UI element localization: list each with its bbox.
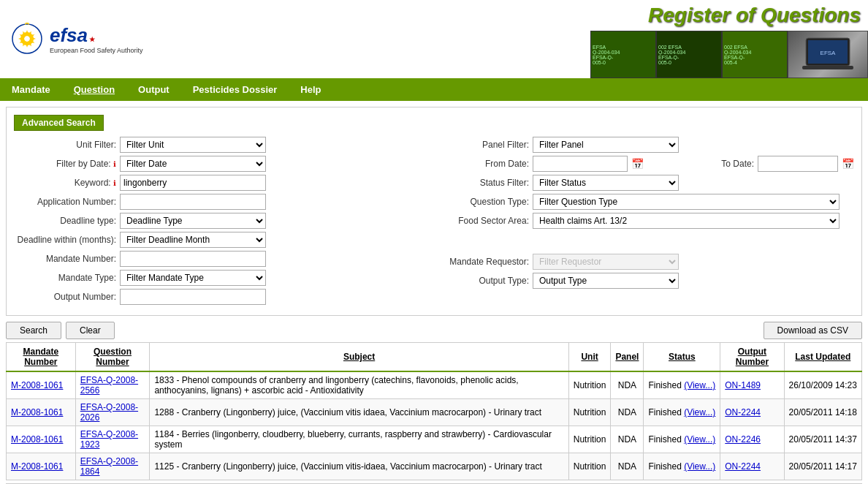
unit-filter-select[interactable]: Filter Unit [120,137,266,153]
cell-panel: NDA [611,399,644,426]
status-filter-select[interactable]: Filter Status [533,175,679,191]
deadline-within-label: Deadline within (months): [14,235,116,245]
clear-button[interactable]: Clear [66,322,115,339]
view-link[interactable]: (View...) [684,407,715,417]
nav-mandate[interactable]: Mandate [0,78,62,101]
page-header: efsa ★ European Food Safety Authority Re… [0,0,868,78]
search-button[interactable]: Search [6,322,61,339]
nav-pesticides[interactable]: Pesticides Dossier [181,78,289,101]
panel-filter-select[interactable]: Filter Panel [533,137,679,153]
laptop-image: EFSA [788,31,868,78]
table-row: M-2008-1061 EFSA-Q-2008-2566 1833 - Phen… [7,371,862,399]
keyword-input[interactable] [120,175,266,191]
table-header-row: Mandate Number Question Number Subject U… [7,343,862,372]
cell-panel: NDA [611,371,644,399]
output-number-link[interactable]: ON-1489 [725,380,761,390]
panel-filter-row: Panel Filter: Filter Panel [427,137,854,153]
deadline-type-row: Deadline type: Deadline Type [14,213,427,229]
col-status: Status [644,343,720,372]
food-sector-row: Food Sector Area: Health claims Art. 13/… [427,213,854,229]
cell-unit: Nutrition [568,371,611,399]
question-number-link[interactable]: EFSA-Q-2008-2566 [80,375,138,396]
output-number-input[interactable] [120,289,266,305]
cell-last-updated: 26/10/2009 14:23 [784,371,861,399]
mandate-number-input[interactable] [120,251,266,267]
thumb-1: EFSA Q-2004-034 EFSA-Q- 005-0 [590,31,656,78]
table-body: M-2008-1061 EFSA-Q-2008-2566 1833 - Phen… [7,371,862,480]
logo-stars [11,23,44,56]
search-form: Unit Filter: Filter Unit Filter by Date:… [14,137,854,308]
view-link[interactable]: (View...) [684,434,715,445]
output-number-link[interactable]: ON-2246 [725,434,761,445]
col-panel: Panel [611,343,644,372]
from-date-calendar-icon[interactable]: 📅 [631,158,644,170]
cell-mandate-number: M-2008-1061 [7,371,76,399]
question-type-row: Question Type: Filter Question Type [427,194,854,210]
mandate-number-label: Mandate Number: [14,254,116,264]
search-right-col: Panel Filter: Filter Panel From Date: 📅 … [427,137,854,308]
cell-subject: 1184 - Berries (lingonberry, cloudberry,… [150,426,568,453]
sort-unit[interactable]: Unit [581,352,598,362]
sort-panel[interactable]: Panel [615,352,639,362]
unit-filter-label: Unit Filter: [14,140,116,150]
download-csv-button[interactable]: Download as CSV [764,322,862,339]
sort-output-number[interactable]: Output Number [736,347,769,367]
nav-help[interactable]: Help [289,78,332,101]
filter-date-row: Filter by Date: ℹ Filter Date [14,156,427,172]
question-type-select[interactable]: Filter Question Type [533,194,840,210]
output-number-link[interactable]: ON-2244 [725,407,761,417]
nav-question[interactable]: Question [62,78,126,101]
action-row: Search Clear Download as CSV [6,322,862,339]
panel-filter-label: Panel Filter: [427,140,529,150]
sort-subject[interactable]: Subject [343,352,375,362]
thumb-3: 002 EFSA Q-2004-034 EFSA-Q- 005-4 [722,31,788,78]
cell-subject: 1288 - Cranberry (Lingonberry) juice, (V… [150,399,568,426]
question-number-link[interactable]: EFSA-Q-2008-2026 [80,402,138,423]
logo-efsa: efsa [50,24,88,47]
keyword-label: Keyword: ℹ [14,178,116,188]
deadline-within-select[interactable]: Filter Deadline Month [120,232,266,248]
sort-mandate-number[interactable]: Mandate Number [23,347,59,367]
cell-output-number: ON-2246 [720,426,784,453]
register-banner: Register of Questions [641,0,868,31]
question-number-link[interactable]: EFSA-Q-2008-1923 [80,429,138,450]
food-sector-select[interactable]: Health claims Art. 13/2 [533,213,840,229]
cell-question-number: EFSA-Q-2008-1864 [75,453,150,480]
logo-area: efsa ★ European Food Safety Authority [11,23,143,56]
sort-last-updated[interactable]: Last Updated [795,352,850,362]
sort-question-number[interactable]: Question Number [94,347,132,367]
from-date-label: From Date: [427,159,529,169]
mandate-number-link[interactable]: M-2008-1061 [11,461,63,472]
question-number-link[interactable]: EFSA-Q-2008-1864 [80,456,138,477]
mandate-requestor-select[interactable]: Filter Requestor [533,254,679,270]
cell-last-updated: 20/05/2011 14:17 [784,453,861,480]
sort-status[interactable]: Status [669,352,696,362]
filter-date-label: Filter by Date: ℹ [14,159,116,169]
advanced-search-button[interactable]: Advanced Search [14,115,104,131]
mandate-number-link[interactable]: M-2008-1061 [11,434,63,445]
from-date-input[interactable] [533,156,628,172]
view-link[interactable]: (View...) [684,461,715,472]
deadline-type-select[interactable]: Deadline Type [120,213,266,229]
application-number-row: Application Number: [14,194,427,210]
filter-date-select[interactable]: Filter Date [120,156,266,172]
keyword-row: Keyword: ℹ [14,175,427,191]
mandate-type-select[interactable]: Filter Mandate Type [120,270,266,286]
output-type-select[interactable]: Output Type [533,273,679,289]
cell-subject: 1833 - Phenol compounds of cranberry and… [150,371,568,399]
cell-panel: NDA [611,453,644,480]
cell-status: Finished (View...) [644,426,720,453]
cell-unit: Nutrition [568,453,611,480]
mandate-number-link[interactable]: M-2008-1061 [11,407,63,417]
mandate-type-row: Mandate Type: Filter Mandate Type [14,270,427,286]
to-date-calendar-icon[interactable]: 📅 [842,158,854,170]
application-number-input[interactable] [120,194,266,210]
view-link[interactable]: (View...) [684,380,715,390]
to-date-input[interactable] [758,156,838,172]
output-number-link[interactable]: ON-2244 [725,461,761,472]
mandate-number-link[interactable]: M-2008-1061 [11,380,63,390]
cell-output-number: ON-2244 [720,399,784,426]
to-date-label: To Date: [652,159,754,169]
nav-output[interactable]: Output [126,78,181,101]
status-filter-row: Status Filter: Filter Status [427,175,854,191]
